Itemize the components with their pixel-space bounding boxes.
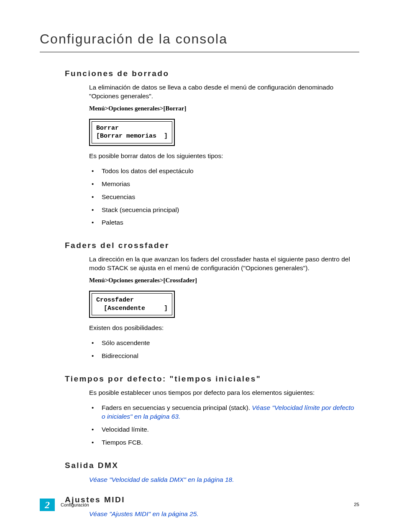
- lcd-line: [Ascendente ]: [96, 305, 168, 312]
- list-item: Stack (secuencia principal): [89, 204, 359, 217]
- section-heading-tiempos-defecto: Tiempos por defecto: "tiempos iniciales": [65, 374, 359, 384]
- footer-section-name: Configuración: [61, 502, 89, 507]
- page-footer: 2 Configuración 25: [0, 499, 399, 511]
- lcd-inner: Crossfader [Ascendente ]: [92, 293, 172, 315]
- bullet-list: Sólo ascendente Bidireccional: [89, 337, 359, 363]
- section-heading-funciones-borrado: Funciones de borrado: [65, 69, 359, 78]
- body-paragraph: La dirección en la que avanzan los fader…: [89, 255, 359, 273]
- lcd-inner: Borrar [Borrar memorias ]: [92, 121, 172, 143]
- list-item: Memorias: [89, 178, 359, 191]
- section-heading-faders-crossfader: Faders del crossfader: [65, 241, 359, 250]
- menu-path: Menú>Opciones generales>[Crossfader]: [89, 277, 359, 284]
- body-paragraph: Es posible establecer unos tiempos por d…: [89, 389, 359, 397]
- body-paragraph: Es posible borrar datos de los siguiente…: [89, 152, 359, 161]
- cross-reference-link[interactable]: Véase "Ajustes MIDI" en la página 25.: [89, 510, 199, 518]
- list-item: Todos los datos del espectáculo: [89, 165, 359, 178]
- body-paragraph: Existen dos posibilidades:: [89, 324, 359, 332]
- list-item: Paletas: [89, 216, 359, 229]
- bullet-list: Faders en secuencias y secuencia princip…: [89, 402, 359, 449]
- list-item: Sólo ascendente: [89, 337, 359, 350]
- lcd-line: [Borrar memorias ]: [96, 133, 168, 140]
- list-text: Faders en secuencias y secuencia princip…: [102, 404, 252, 411]
- lcd-display-box: Borrar [Borrar memorias ]: [89, 119, 175, 146]
- list-item: Velocidad límite.: [89, 423, 359, 436]
- list-item: Faders en secuencias y secuencia princip…: [89, 402, 359, 423]
- footer-left: 2 Configuración: [40, 499, 89, 511]
- page-number: 25: [354, 499, 359, 507]
- list-item: Tiempos FCB.: [89, 436, 359, 449]
- lcd-display-box: Crossfader [Ascendente ]: [89, 291, 175, 318]
- list-item: Secuencias: [89, 191, 359, 204]
- bullet-list: Todos los datos del espectáculo Memorias…: [89, 165, 359, 230]
- menu-path: Menú>Opciones generales>[Borrar]: [89, 105, 359, 112]
- lcd-line: Crossfader: [96, 297, 134, 304]
- list-item: Bidireccional: [89, 350, 359, 363]
- cross-reference-link[interactable]: Véase "Velocidad de salida DMX" en la pá…: [89, 476, 234, 483]
- body-paragraph: La eliminación de datos se lleva a cabo …: [89, 83, 359, 101]
- chapter-title: Configuración de la consola: [40, 31, 359, 52]
- section-heading-salida-dmx: Salida DMX: [65, 461, 359, 470]
- chapter-number-badge: 2: [40, 499, 55, 511]
- lcd-line: Borrar: [96, 125, 119, 132]
